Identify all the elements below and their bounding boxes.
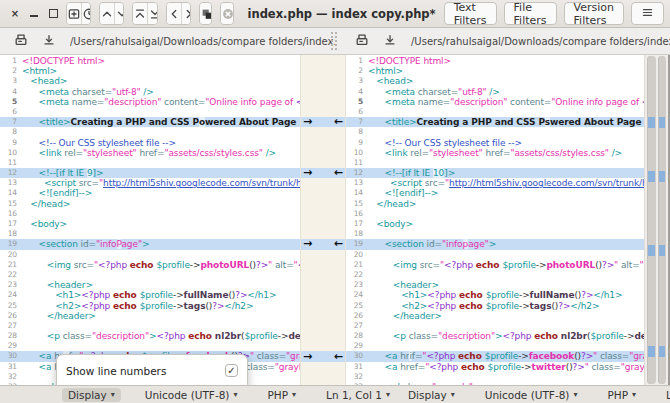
code-line[interactable]: 20 <box>346 250 644 260</box>
new-comparison-button[interactable] <box>67 3 82 24</box>
code-line[interactable]: 26 </header> <box>0 311 300 321</box>
minimize-icon[interactable] <box>29 9 39 19</box>
code-line[interactable]: 19 <section id="infopage"> <box>346 239 644 249</box>
code-line[interactable]: 32 <box>346 372 644 382</box>
left-diff-map[interactable] <box>647 56 656 384</box>
diff-map-mark[interactable] <box>648 346 655 357</box>
splitter-handle[interactable] <box>330 31 338 52</box>
code-line[interactable]: 1<!DOCTYPE html> <box>346 56 644 66</box>
file-filters-button[interactable]: File Filters <box>504 2 557 25</box>
open-file-icon[interactable] <box>14 33 28 50</box>
code-line[interactable]: 7 <title>Creating a PHP and CSS Powered … <box>0 117 300 127</box>
diff-map-mark[interactable] <box>648 117 655 128</box>
push-change-right-arrow-icon[interactable]: → <box>303 239 312 249</box>
code-line[interactable]: 9 <!-- Our CSS stylesheet file --> <box>346 138 644 148</box>
open-file-icon[interactable] <box>355 33 369 50</box>
code-line[interactable]: 22 <box>0 270 300 280</box>
code-line[interactable]: 6 <box>346 107 644 117</box>
popup-menu-item[interactable]: Show line numbers✓ <box>66 362 238 380</box>
push-change-left-arrow-icon[interactable]: ← <box>334 117 343 127</box>
diff-map-mark[interactable] <box>659 245 666 256</box>
push-left-button[interactable] <box>167 3 182 24</box>
code-line[interactable]: 12 <!--[if lt IE 10]> <box>346 168 644 178</box>
code-line[interactable]: 19 <section id="infoPage"> <box>0 239 300 249</box>
diff-map-mark[interactable] <box>659 171 666 182</box>
code-line[interactable]: 9 <!-- Our CSS stylesheet file --> <box>0 138 300 148</box>
code-line[interactable]: 30 <a hrif="<?php echo $profile->faceboo… <box>346 351 644 361</box>
save-file-icon[interactable] <box>42 33 56 50</box>
popup-menu-item[interactable]: Show whitespace <box>66 383 238 386</box>
first-change-button[interactable] <box>133 3 148 24</box>
code-line[interactable]: 10 <link rel="stylesheet" href="assets/c… <box>346 148 644 158</box>
code-line[interactable]: 14 <![endif]--> <box>346 188 644 198</box>
code-line[interactable]: 27 <box>0 321 300 331</box>
push-change-right-arrow-icon[interactable]: → <box>303 352 312 362</box>
code-line[interactable]: 23 <header> <box>346 280 644 290</box>
code-line[interactable]: 13 <script src="http://html5shiv.googlec… <box>346 178 644 188</box>
code-line[interactable]: 21 <img src="<?php echo $profile->photoU… <box>346 260 644 270</box>
code-line[interactable]: 2<html> <box>346 66 644 76</box>
code-line[interactable]: 31 <a href="<?php echo $profile->twitter… <box>346 362 644 372</box>
code-line[interactable]: 20 <box>0 250 300 260</box>
code-line[interactable]: 28 <p class="description"><?php echo nl2… <box>0 331 300 341</box>
push-change-left-arrow-icon[interactable]: ← <box>334 352 343 362</box>
right-code-pane[interactable]: 1<!DOCTYPE html>2<html>3 <head>4 <meta c… <box>346 55 644 385</box>
code-line[interactable]: 21 <img src="<?php echo $profile->photoU… <box>0 260 300 270</box>
last-change-button[interactable] <box>148 3 157 24</box>
encoding-menu-button[interactable]: Unicode (UTF-8)▾ <box>139 388 244 402</box>
code-line[interactable]: 4 <meta charset="utf-8" /> <box>346 87 644 97</box>
close-icon[interactable]: × <box>10 9 20 19</box>
code-line[interactable]: 27 <box>346 321 644 331</box>
code-line[interactable]: 24 <h1><?php echo $profile->fullName()?>… <box>0 290 300 300</box>
code-line[interactable]: 26 </header> <box>346 311 644 321</box>
code-line[interactable]: 28 <p class="description"><?php echo nl2… <box>346 331 644 341</box>
diff-map-mark[interactable] <box>659 346 666 357</box>
code-line[interactable]: 15 </head> <box>346 199 644 209</box>
diff-map-mark[interactable] <box>648 245 655 256</box>
display-menu-button[interactable]: Display▾ <box>62 388 121 402</box>
display-menu-button[interactable]: Display▾ <box>402 388 461 402</box>
right-diff-map[interactable] <box>658 56 667 384</box>
version-filters-button[interactable]: Version Filters <box>564 2 624 25</box>
code-line[interactable]: 3 <head> <box>346 76 644 86</box>
code-line[interactable]: 29 <box>0 341 300 351</box>
code-line[interactable]: 11 <box>346 158 644 168</box>
push-change-right-arrow-icon[interactable]: → <box>303 168 312 178</box>
code-line[interactable]: 5 <meta name="description" content="Onli… <box>346 97 644 107</box>
code-line[interactable]: 18 <box>346 229 644 239</box>
copy-button[interactable] <box>200 3 212 24</box>
code-line[interactable]: 24 <h1><?php echo $profile->fullName()?>… <box>346 290 644 300</box>
checkbox-checked-icon[interactable]: ✓ <box>225 364 238 377</box>
code-line[interactable]: 18 <box>0 229 300 239</box>
left-code-pane[interactable]: 1<!DOCTYPE html>2<html>3 <head>4 <meta c… <box>0 55 300 385</box>
push-right-button[interactable] <box>182 3 191 24</box>
code-line[interactable]: 16 <box>346 209 644 219</box>
code-line[interactable]: 25 <h2><?php echo $profile->tags()?></h2… <box>346 301 644 311</box>
code-line[interactable]: 14 <![endif]--> <box>0 188 300 198</box>
code-line[interactable]: 11 <box>0 158 300 168</box>
close-comparison-button[interactable] <box>221 3 233 24</box>
code-line[interactable]: 25 <h2><?php echo $profile->tags()?></h2… <box>0 301 300 311</box>
code-line[interactable]: 17 <body> <box>346 219 644 229</box>
code-line[interactable]: 13 <script src="http://html5shiv.googlec… <box>0 178 300 188</box>
maximize-icon[interactable] <box>48 9 58 19</box>
cursor-position-button[interactable]: Ln 5, Col 1▾ <box>660 388 670 402</box>
code-line[interactable]: 33 <ul class="records"> <box>346 382 644 385</box>
code-line[interactable]: 4 <meta charset="utf-8" /> <box>0 87 300 97</box>
previous-change-button[interactable] <box>100 3 115 24</box>
history-button[interactable] <box>82 3 91 24</box>
code-line[interactable]: 23 <header> <box>0 280 300 290</box>
code-line[interactable]: 22 <box>346 270 644 280</box>
code-line[interactable]: 29 <box>346 341 644 351</box>
code-line[interactable]: 17 <body> <box>0 219 300 229</box>
menu-button[interactable] <box>631 2 664 25</box>
code-line[interactable]: 5 <meta name="description" content="Onli… <box>0 97 300 107</box>
code-line[interactable]: 8 <box>0 127 300 137</box>
save-file-icon[interactable] <box>383 33 397 50</box>
code-line[interactable]: 7 <title>Creating a PHP and CSS Pswered … <box>346 117 644 127</box>
code-line[interactable]: 10 <link rel="stylesheet" href="assets/c… <box>0 148 300 158</box>
code-line[interactable]: 12 <!--[if lt IE 9]> <box>0 168 300 178</box>
push-change-left-arrow-icon[interactable]: ← <box>334 239 343 249</box>
code-line[interactable]: 1<!DOCTYPE html> <box>0 56 300 66</box>
diff-map-mark[interactable] <box>659 117 666 128</box>
